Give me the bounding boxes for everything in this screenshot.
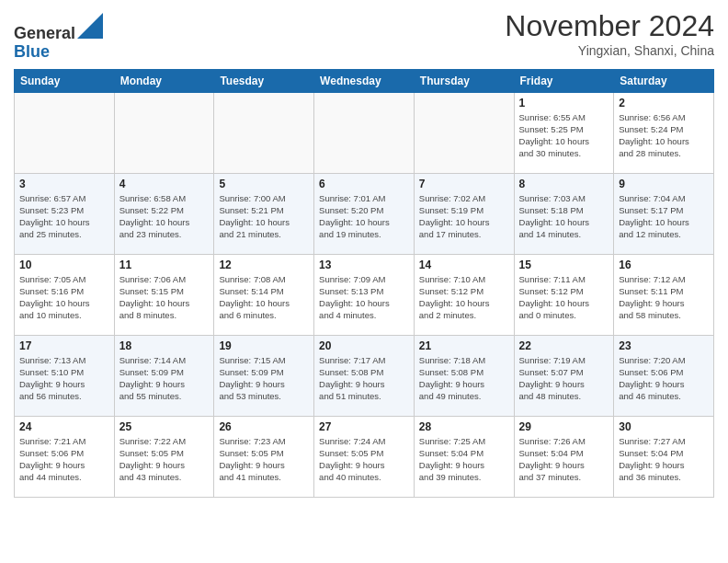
day-number: 20	[319, 339, 409, 352]
day-cell: 15Sunrise: 7:11 AMSunset: 5:12 PMDayligh…	[514, 254, 614, 335]
day-cell: 14Sunrise: 7:10 AMSunset: 5:12 PMDayligh…	[414, 254, 514, 335]
day-info: Sunrise: 7:14 AMSunset: 5:09 PMDaylight:…	[119, 354, 210, 403]
day-number: 13	[319, 259, 409, 271]
day-number: 10	[19, 259, 109, 271]
day-cell: 18Sunrise: 7:14 AMSunset: 5:09 PMDayligh…	[114, 335, 214, 416]
day-info: Sunrise: 7:01 AMSunset: 5:20 PMDaylight:…	[319, 192, 409, 241]
day-number: 15	[519, 259, 609, 271]
day-number: 12	[219, 259, 309, 271]
week-row-3: 10Sunrise: 7:05 AMSunset: 5:16 PMDayligh…	[15, 254, 714, 335]
location: Yingxian, Shanxi, China	[505, 43, 714, 58]
day-cell: 5Sunrise: 7:00 AMSunset: 5:21 PMDaylight…	[214, 173, 314, 254]
day-cell: 20Sunrise: 7:17 AMSunset: 5:08 PMDayligh…	[314, 335, 415, 416]
day-number: 18	[119, 339, 210, 352]
day-cell: 12Sunrise: 7:08 AMSunset: 5:14 PMDayligh…	[214, 254, 314, 335]
day-cell: 3Sunrise: 6:57 AMSunset: 5:23 PMDaylight…	[15, 173, 115, 254]
day-cell: 30Sunrise: 7:27 AMSunset: 5:04 PMDayligh…	[614, 416, 714, 497]
weekday-header-monday: Monday	[114, 69, 214, 92]
day-number: 27	[319, 420, 409, 433]
page-header: General Blue November 2024 Yingxian, Sha…	[14, 9, 714, 62]
day-cell: 9Sunrise: 7:04 AMSunset: 5:17 PMDaylight…	[614, 173, 714, 254]
day-cell: 2Sunrise: 6:56 AMSunset: 5:24 PMDaylight…	[614, 92, 714, 173]
day-number: 5	[219, 178, 309, 190]
day-info: Sunrise: 7:25 AMSunset: 5:04 PMDaylight:…	[419, 435, 509, 484]
day-cell: 25Sunrise: 7:22 AMSunset: 5:05 PMDayligh…	[114, 416, 214, 497]
day-info: Sunrise: 7:17 AMSunset: 5:08 PMDaylight:…	[319, 354, 409, 403]
title-block: November 2024 Yingxian, Shanxi, China	[505, 9, 714, 58]
day-info: Sunrise: 7:11 AMSunset: 5:12 PMDaylight:…	[519, 273, 609, 322]
day-cell: 16Sunrise: 7:12 AMSunset: 5:11 PMDayligh…	[614, 254, 714, 335]
day-cell: 7Sunrise: 7:02 AMSunset: 5:19 PMDaylight…	[414, 173, 514, 254]
day-cell	[414, 92, 514, 173]
day-cell: 19Sunrise: 7:15 AMSunset: 5:09 PMDayligh…	[214, 335, 314, 416]
day-info: Sunrise: 7:21 AMSunset: 5:06 PMDaylight:…	[19, 435, 109, 484]
day-info: Sunrise: 6:56 AMSunset: 5:24 PMDaylight:…	[619, 111, 709, 160]
weekday-header-wednesday: Wednesday	[314, 69, 415, 92]
day-info: Sunrise: 7:18 AMSunset: 5:08 PMDaylight:…	[419, 354, 509, 403]
day-info: Sunrise: 7:13 AMSunset: 5:10 PMDaylight:…	[19, 354, 109, 403]
day-cell: 24Sunrise: 7:21 AMSunset: 5:06 PMDayligh…	[15, 416, 115, 497]
day-info: Sunrise: 7:12 AMSunset: 5:11 PMDaylight:…	[619, 273, 709, 322]
day-number: 26	[219, 420, 309, 433]
day-number: 19	[219, 339, 309, 352]
svg-marker-0	[77, 13, 103, 39]
day-cell: 28Sunrise: 7:25 AMSunset: 5:04 PMDayligh…	[414, 416, 514, 497]
day-number: 11	[119, 259, 210, 271]
day-info: Sunrise: 7:09 AMSunset: 5:13 PMDaylight:…	[319, 273, 409, 322]
day-number: 30	[619, 420, 709, 433]
day-number: 24	[19, 420, 109, 433]
day-cell: 21Sunrise: 7:18 AMSunset: 5:08 PMDayligh…	[414, 335, 514, 416]
day-cell: 29Sunrise: 7:26 AMSunset: 5:04 PMDayligh…	[514, 416, 614, 497]
day-info: Sunrise: 7:10 AMSunset: 5:12 PMDaylight:…	[419, 273, 509, 322]
weekday-header-thursday: Thursday	[414, 69, 514, 92]
logo: General Blue	[14, 13, 103, 62]
day-number: 8	[519, 178, 609, 190]
month-title: November 2024	[505, 9, 714, 43]
day-info: Sunrise: 7:22 AMSunset: 5:05 PMDaylight:…	[119, 435, 210, 484]
day-number: 17	[19, 339, 109, 352]
logo-general: General	[14, 24, 75, 42]
day-number: 1	[519, 97, 609, 109]
day-info: Sunrise: 7:04 AMSunset: 5:17 PMDaylight:…	[619, 192, 709, 241]
day-info: Sunrise: 7:23 AMSunset: 5:05 PMDaylight:…	[219, 435, 309, 484]
day-cell: 4Sunrise: 6:58 AMSunset: 5:22 PMDaylight…	[114, 173, 214, 254]
day-number: 23	[619, 339, 709, 352]
day-cell: 8Sunrise: 7:03 AMSunset: 5:18 PMDaylight…	[514, 173, 614, 254]
day-number: 29	[519, 420, 609, 433]
logo-blue: Blue	[14, 42, 50, 61]
day-cell: 1Sunrise: 6:55 AMSunset: 5:25 PMDaylight…	[514, 92, 614, 173]
day-number: 3	[19, 178, 109, 190]
day-number: 6	[319, 178, 409, 190]
day-cell: 27Sunrise: 7:24 AMSunset: 5:05 PMDayligh…	[314, 416, 415, 497]
logo-text: General Blue	[14, 13, 103, 62]
day-cell	[15, 92, 115, 173]
weekday-header-saturday: Saturday	[614, 69, 714, 92]
calendar-table: SundayMondayTuesdayWednesdayThursdayFrid…	[14, 69, 714, 498]
day-number: 9	[619, 178, 709, 190]
day-info: Sunrise: 7:20 AMSunset: 5:06 PMDaylight:…	[619, 354, 709, 403]
day-info: Sunrise: 7:15 AMSunset: 5:09 PMDaylight:…	[219, 354, 309, 403]
day-cell: 13Sunrise: 7:09 AMSunset: 5:13 PMDayligh…	[314, 254, 415, 335]
day-info: Sunrise: 7:08 AMSunset: 5:14 PMDaylight:…	[219, 273, 309, 322]
day-cell: 23Sunrise: 7:20 AMSunset: 5:06 PMDayligh…	[614, 335, 714, 416]
day-info: Sunrise: 7:05 AMSunset: 5:16 PMDaylight:…	[19, 273, 109, 322]
week-row-2: 3Sunrise: 6:57 AMSunset: 5:23 PMDaylight…	[15, 173, 714, 254]
day-cell: 11Sunrise: 7:06 AMSunset: 5:15 PMDayligh…	[114, 254, 214, 335]
day-cell	[214, 92, 314, 173]
week-row-4: 17Sunrise: 7:13 AMSunset: 5:10 PMDayligh…	[15, 335, 714, 416]
day-number: 2	[619, 97, 709, 109]
day-info: Sunrise: 7:00 AMSunset: 5:21 PMDaylight:…	[219, 192, 309, 241]
weekday-header-tuesday: Tuesday	[214, 69, 314, 92]
day-info: Sunrise: 7:19 AMSunset: 5:07 PMDaylight:…	[519, 354, 609, 403]
day-number: 25	[119, 420, 210, 433]
day-info: Sunrise: 7:27 AMSunset: 5:04 PMDaylight:…	[619, 435, 709, 484]
day-cell	[114, 92, 214, 173]
day-number: 22	[519, 339, 609, 352]
day-number: 14	[419, 259, 509, 271]
day-number: 28	[419, 420, 509, 433]
day-info: Sunrise: 6:58 AMSunset: 5:22 PMDaylight:…	[119, 192, 210, 241]
day-info: Sunrise: 7:03 AMSunset: 5:18 PMDaylight:…	[519, 192, 609, 241]
day-info: Sunrise: 7:26 AMSunset: 5:04 PMDaylight:…	[519, 435, 609, 484]
weekday-header-friday: Friday	[514, 69, 614, 92]
day-number: 7	[419, 178, 509, 190]
